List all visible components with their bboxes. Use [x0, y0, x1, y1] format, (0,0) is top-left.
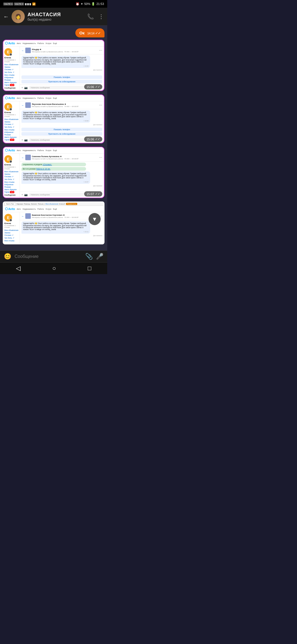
avito-menu-chatbots-4[interactable]: Чат-боты ↗: [4, 237, 18, 239]
avito-chat-name-4: Баженов Константин Сергеевич ★: [32, 214, 98, 216]
avito-chat-thumb-3: [25, 155, 31, 160]
avito-chat-header-1: ← Ильдар ★ Менеджер онлайн кц Временная …: [20, 47, 104, 54]
nav-back-button[interactable]: ◁: [16, 265, 21, 272]
avito-menu-responses-2[interactable]: Отклики ↗: [4, 123, 18, 125]
avito-screenshot-3: ⬡ Avito Авто Недвижимость Работа Услуги …: [3, 147, 105, 198]
avito-plus-icon-2[interactable]: +: [21, 138, 23, 141]
avito-menu-favorites-1[interactable]: Избранное: [4, 77, 18, 78]
avito-chat-more-3[interactable]: ⋯: [99, 155, 102, 159]
chat-body: Ок 14:14 ✓✓ ⬡ Avito Авто Недвижимость Ра…: [0, 26, 107, 250]
screenshot-card-2: ⬡ Avito Авто Недвижимость Работа Услуги …: [3, 94, 105, 143]
avito-chat-info-2: Якухнова Анастасия Васильевна ★ Менеджер…: [32, 103, 98, 107]
avito-menu-resume-3[interactable]: Резюме: [4, 186, 18, 188]
browser-tab-avito[interactable]: Авито Про: [4, 203, 16, 205]
avito-chat-back-3[interactable]: ←: [21, 156, 24, 159]
avito-username-2: Елена: [4, 111, 18, 114]
avito-chat-name-3: Семенюк Полина Артемовна ★: [32, 155, 98, 158]
avito-plus-icon-3[interactable]: +: [21, 193, 23, 196]
browser-tabs-bar: Авито Про Карьера Помощь Каталог Польза …: [3, 202, 104, 206]
avito-green-msg-3a: сохранились в разделе «Отклики».: [21, 163, 86, 166]
avito-menu-auction-1[interactable]: Авито Аукцион: [4, 81, 18, 83]
message-bubble-sent: Ок 14:14 ✓✓: [75, 28, 105, 37]
avito-menu-orders-4[interactable]: Заказы: [4, 232, 18, 234]
avatar[interactable]: 👩: [12, 10, 25, 23]
avito-chat-area-1: ← Ильдар ★ Менеджер онлайн кц Временная …: [20, 47, 104, 91]
avito-show-phone-1[interactable]: Показать телефон: [21, 75, 102, 79]
avito-menu-favorites-2[interactable]: Избранное: [4, 131, 18, 133]
message-input[interactable]: [15, 254, 82, 259]
avito-menu-garage-1[interactable]: Гараж: [4, 84, 18, 86]
mic-button[interactable]: 🎤: [96, 253, 103, 260]
avito-logo-icon-2: ⬡: [5, 96, 8, 100]
avito-green-link-resume-3[interactable]: Работа от 16 лет.: [36, 168, 51, 170]
avito-menu-auction-2[interactable]: Авито Аукцион: [4, 136, 18, 138]
avito-invite-interview-2[interactable]: Пригласить на собеседование: [21, 132, 102, 136]
avito-menu-myads-1[interactable]: Мои объявления: [4, 64, 18, 66]
avatar-image: 👩: [12, 10, 25, 23]
avito-menu-resume-2[interactable]: Резюме: [4, 134, 18, 136]
avito-chat-more-1[interactable]: ⋯: [99, 48, 102, 52]
avito-plus-icon-1[interactable]: +: [21, 86, 23, 89]
avito-chat-area-3: ← Семенюк Полина Артемовна ★ Менеджер он…: [20, 154, 104, 198]
signal-strength: ▮▮▮▮: [25, 2, 31, 6]
more-button[interactable]: ⋮: [98, 13, 104, 20]
avito-logo-text-3: Avito: [8, 149, 15, 152]
avito-menu-responses-1[interactable]: Отклики ↗: [4, 69, 18, 71]
avito-menu-orders-3[interactable]: Заказы: [4, 173, 18, 175]
avito-menu-myads-2[interactable]: Мои объявления: [4, 118, 18, 120]
avito-user-avatar-4: E: [4, 214, 12, 222]
avito-menu-responses-4[interactable]: Отклики ↗: [4, 234, 18, 236]
avito-menu-reviews-1[interactable]: Мои отзывы: [4, 74, 18, 76]
avito-menu-myads-4[interactable]: Мои объявления: [4, 229, 18, 231]
avito-invite-interview-1[interactable]: Пригласить на собеседование: [21, 80, 102, 83]
avito-chat-back-2[interactable]: ←: [21, 104, 24, 107]
avito-menu-responses-3[interactable]: Отклики ↗: [4, 176, 18, 178]
avito-chat-thumb-2: [25, 102, 31, 108]
avito-menu-orders-1[interactable]: Заказы: [4, 66, 18, 68]
call-button[interactable]: 📞: [87, 13, 94, 20]
avito-menu-reviews-2[interactable]: Мои отзывы: [4, 129, 18, 131]
avito-menu-reviews-4[interactable]: Мои отзывы: [4, 240, 18, 242]
avito-menu-chatbots-3[interactable]: Чат-боты ↗: [4, 178, 18, 181]
avito-chat-name-1: Ильдар ★: [32, 48, 98, 51]
scroll-down-button[interactable]: ▼: [89, 213, 101, 225]
avito-camera-icon-1[interactable]: 📷: [24, 86, 28, 89]
avito-menu-garage-2[interactable]: Гараж: [4, 139, 18, 141]
avito-menu-garage-3[interactable]: Гараж: [4, 191, 18, 193]
avito-msg-received-4: Здравствуйте 🙂 Опыт работы не важен, все…: [21, 221, 90, 234]
avito-rating-1: 0.0 ★★★★★ 3 отзыва: [4, 59, 18, 62]
attach-button[interactable]: 📎: [85, 253, 93, 260]
avito-camera-icon-3[interactable]: 📷: [24, 193, 28, 196]
avito-menu-orders-2[interactable]: Заказы: [4, 121, 18, 123]
avito-delivered-3: Доставлено: [21, 185, 102, 187]
avito-chat-sub-1: Менеджер онлайн кц Временная работа · 75…: [32, 51, 98, 53]
avito-delivered-4: Доставлено: [21, 235, 102, 236]
contact-info: АНАСТАСИЯ был(а) недавно: [28, 12, 84, 21]
avito-green-link-3[interactable]: «Отклики».: [43, 163, 52, 165]
avito-menu-auction-3[interactable]: Авито Аукцион: [4, 189, 18, 190]
avito-menu-resume-1[interactable]: Резюме: [4, 79, 18, 81]
avito-menu-favorites-3[interactable]: Избранное: [4, 184, 18, 185]
contact-name: АНАСТАСИЯ: [28, 12, 84, 18]
avito-section-messages-1: Сообщения: [4, 87, 18, 89]
back-button[interactable]: ←: [3, 13, 9, 20]
emoji-button[interactable]: 😊: [4, 253, 11, 260]
nav-home-button[interactable]: ○: [52, 265, 56, 272]
avito-screenshot-4: Авито Про Карьера Помощь Каталог Польза …: [3, 201, 105, 244]
razmestitj-button[interactable]: Разместить: [66, 203, 77, 205]
avito-chat-back-1[interactable]: ←: [21, 49, 24, 52]
avito-menu-myads-3[interactable]: Мои объявления: [4, 171, 18, 173]
avito-logo-icon: ⬡: [5, 41, 8, 45]
avito-chat-back-4[interactable]: ←: [21, 215, 24, 218]
avito-chat-more-2[interactable]: ⋯: [99, 103, 102, 107]
card-time-badge-2: 15:06 ✓✓: [84, 137, 102, 142]
nav-recent-button[interactable]: □: [88, 265, 91, 272]
avito-menu-chatbots-2[interactable]: Чат-боты ↗: [4, 126, 18, 128]
avito-show-phone-2[interactable]: Показать телефон: [21, 128, 102, 131]
avito-username-3: Елена: [4, 163, 18, 166]
avito-camera-icon-2[interactable]: 📷: [24, 138, 28, 141]
avito-username-1: Елена: [4, 56, 18, 59]
avito-nav-items-1: Авто Недвижимость Работа Услуги Ещё: [17, 42, 57, 44]
avito-menu-reviews-3[interactable]: Мои отзывы: [4, 181, 18, 183]
avito-menu-chatbots-1[interactable]: Чат-боты ↗: [4, 71, 18, 73]
